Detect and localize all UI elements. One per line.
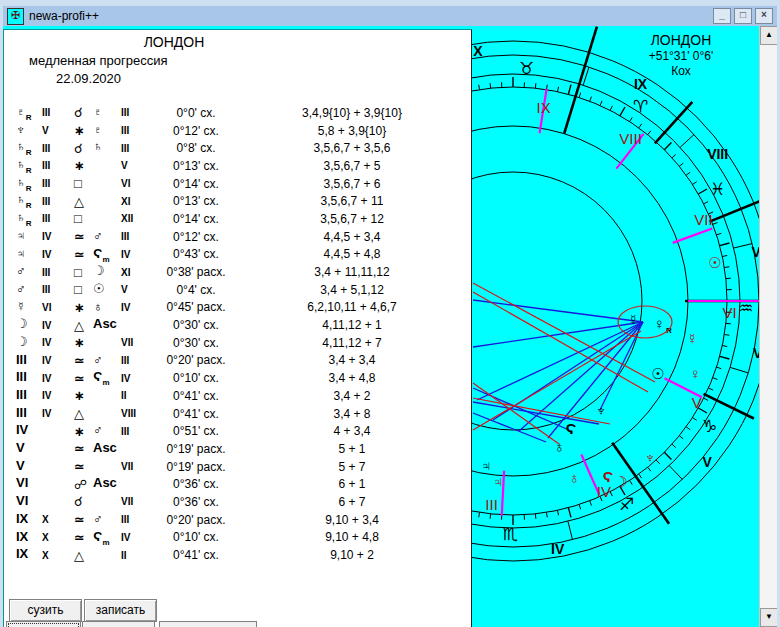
aspect-row: ♄R III □ XII 0°14' сх. 3,5,6,7 + 12 [16,210,467,228]
app-icon: ✠ [7,8,24,25]
zodiac-sign-aquarius: ♒ [738,299,753,318]
aspect-row: ♃ IV ≃ ♂ III 0°12' сх. 4,4,5 + 3,4 [16,228,467,246]
aspect-row: V ≃ VII 0°19' расх. 5 + 7 [16,458,467,476]
aspect-row: ♄R III □ VI 0°14' сх. 3,5,6,7 + 6 [16,175,467,193]
planet-lilith-natal: Ϛ [603,468,614,485]
planet-sun-progressed: ☉ [651,365,664,382]
planet-neptune-natal: ♆ [644,449,655,466]
planet-mercury-progressed: ☿ [627,311,638,328]
aspect-row: VI ☍ Asc 0°36' сх. 6 + 1 [16,475,467,493]
progressed-house-label-V: V [692,394,702,411]
panel-header: ЛОНДОН медленная прогрессия 22.09.2020 [4,34,344,86]
aspect-row: ♂ III □ ☽ XI 0°38' расх. 3,4 + 11,11,12 [16,263,467,281]
aspect-row: IX X ≃ Ϛm IV 0°10' сх. 9,10 + 4,8 [16,529,467,547]
planet-selena-progressed: ♁ [553,438,564,455]
planet-venus-progressed: ♀ [653,315,664,332]
scroll-up-button[interactable]: ▲ [760,26,777,45]
aspect-row: III IV ≃ Ϛm IV 0°10' сх. 3,4 + 4,8 [16,369,467,387]
aspect-panel: ЛОНДОН медленная прогрессия 22.09.2020 ♇… [3,29,472,627]
zodiac-sign-pisces: ♓ [710,180,725,199]
window-title: newa-profi++ [29,9,99,23]
progressed-house-label-III: III [485,496,498,513]
aspect-row: ♄R III △ XI 0°13' сх. 3,5,6,7 + 11 [16,192,467,210]
zodiac-sign-capricorn: ♑ [702,417,717,436]
vertical-scrollbar[interactable]: ▲ ▼ [759,26,777,627]
client-area: ЛОНДОН +51°31' 0°6' Кох IXVIIIVIIVIVIVII… [3,26,777,627]
planet-sun-natal: ☉ [708,254,721,271]
aspect-row: IV ∗ ♂ III 0°51' сх. 4 + 3,4 [16,422,467,440]
aspect-row: ♂ III □ ☉ V 0°4' сх. 3,4 + 5,1,12 [16,281,467,299]
planet-moon-natal: ☽ [614,473,627,490]
planet-neptune-progressed: ♆ [595,402,606,419]
aspect-row: ☿ VI ∗ ♁ IV 0°45' расх. 6,2,10,11 + 4,6,… [16,299,467,317]
natal-house-label-IV: IV [551,541,565,557]
aspect-row: ♆ V ∗ ♇ III 0°12' сх. 5,8 + 3,9{10} [16,122,467,140]
bottom-control-1[interactable] [6,621,81,627]
progressed-house-label-IX: IX [537,99,551,116]
zodiac-sign-scorpio: ♏ [503,525,518,544]
narrow-button[interactable]: сузить [9,599,82,622]
chart-wheel: IXVIIIVIIVIVIVIII♉♈♓♒♑♐♏XIXVIIIVIIVIVIV☿… [470,26,760,627]
natal-house-label-V: V [702,454,712,470]
aspect-row: ♄R III ☌ ♄ III 0°8' сх. 3,5,6,7 + 3,5,6 [16,139,467,157]
progressed-house-label-VI: VI [723,304,737,321]
zodiac-sign-aries: ♈ [633,97,648,116]
aspect-row: IX X △ II 0°41' сх. 9,10 + 2 [16,546,467,564]
panel-date: 22.09.2020 [4,71,344,86]
titlebar[interactable]: ✠ newa-profi++ _ □ × [3,6,777,26]
progressed-house-label-VIII: VIII [619,130,642,147]
app-window: ✠ newa-profi++ _ □ × ЛОНДОН +51°31' 0°6'… [0,0,780,627]
natal-house-label-X: X [473,43,483,59]
planet-jupiter-natal: ♃ [492,473,503,490]
close-button[interactable]: × [755,8,773,24]
planet-mercury-natal: ☿ [686,330,697,347]
minimize-button[interactable]: _ [713,8,731,24]
write-button[interactable]: записать [84,599,157,622]
zodiac-sign-taurus: ♉ [519,59,534,78]
planet-lilith-progressed: Ϛ [566,420,577,437]
planet-selena-natal: ♁ [568,469,579,486]
panel-subtitle: медленная прогрессия [4,53,344,68]
scroll-down-button[interactable]: ▼ [760,608,777,627]
aspect-row: III IV △ VIII 0°41' сх. 3,4 + 8 [16,405,467,423]
zodiac-sign-sagittarius: ♐ [619,495,634,514]
panel-title: ЛОНДОН [4,34,344,50]
aspect-row: VI ☌ VII 0°36' сх. 6 + 7 [16,493,467,511]
wheel-ring [470,126,688,476]
aspect-row: ☽ IV △ Asc 0°30' сх. 4,11,12 + 1 [16,316,467,334]
aspect-row: ♃ IV ≃ Ϛm IV 0°43' сх. 4,4,5 + 4,8 [16,246,467,264]
aspect-row: III IV ∗ II 0°41' сх. 3,4 + 2 [16,387,467,405]
natal-house-label-IX: IX [634,76,648,92]
aspect-row: IX X ≃ ♂ III 0°20' расх. 9,10 + 3,4 [16,511,467,529]
planet-jupiter-progressed: ♃ [480,457,491,474]
bottom-control-3[interactable] [159,621,257,627]
aspect-row: III IV ≃ ♂ III 0°20' расх. 3,4 + 3,4 [16,352,467,370]
maximize-button[interactable]: □ [734,8,752,24]
planet-venus-natal: ♀ [689,365,700,382]
aspect-list: ♇R III ☌ ♇ III 0°0' сх. 3,4,9{10} + 3,9{… [16,104,467,564]
aspect-row: V ≃ Asc 0°19' расх. 5 + 1 [16,440,467,458]
aspect-row: ♇R III ☌ ♇ III 0°0' сх. 3,4,9{10} + 3,9{… [16,104,467,122]
aspect-row: ☽ IV ∗ VII 0°30' сх. 4,11,12 + 7 [16,334,467,352]
natal-house-label-VIII: VIII [707,146,728,162]
bottom-control-2[interactable] [82,621,155,627]
aspect-row: ♄R III ∗ V 0°13' сх. 3,5,6,7 + 5 [16,157,467,175]
progressed-house-label-VII: VII [694,211,712,228]
